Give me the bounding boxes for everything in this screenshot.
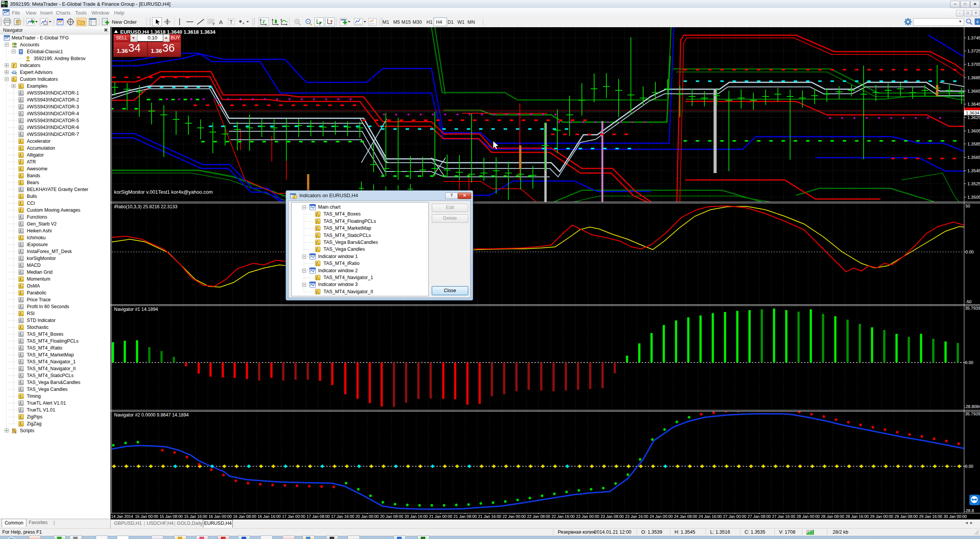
svg-text:CCI: CCI — [27, 201, 35, 206]
svg-text:TAS_Vega Candles: TAS_Vega Candles — [323, 247, 365, 252]
svg-text:M30: M30 — [413, 20, 422, 25]
svg-text:TAS_Vega Candles: TAS_Vega Candles — [27, 387, 67, 392]
svg-text:Parabolic: Parabolic — [27, 290, 46, 296]
svg-text:Indicators: Indicators — [20, 63, 40, 68]
svg-text:Bulls: Bulls — [27, 194, 37, 199]
svg-text:4: 4 — [976, 20, 978, 24]
svg-text:Timing: Timing — [27, 394, 41, 399]
svg-text:New Order: New Order — [112, 19, 137, 25]
svg-text:TrueTL V1.01: TrueTL V1.01 — [27, 407, 55, 413]
svg-text:W1: W1 — [457, 20, 465, 25]
svg-text:Custom Moving Averages: Custom Moving Averages — [27, 207, 80, 213]
svg-text:MN: MN — [467, 20, 475, 25]
svg-text:TAS_MT4_MarketMap: TAS_MT4_MarketMap — [27, 352, 74, 358]
svg-text:#WSS943!INDICATOR-3: #WSS943!INDICATOR-3 — [27, 104, 79, 109]
svg-text:Functions: Functions — [27, 214, 47, 220]
svg-text:EGlobal-Classic1: EGlobal-Classic1 — [27, 49, 63, 54]
svg-text:T: T — [230, 20, 233, 25]
svg-text:TAS_MT4_FloatingPCLs: TAS_MT4_FloatingPCLs — [323, 219, 376, 224]
svg-text:iExposure: iExposure — [27, 242, 48, 247]
svg-text:Profit In 60 Seconds: Profit In 60 Seconds — [27, 304, 69, 309]
svg-text:Custom Indicators: Custom Indicators — [20, 77, 58, 82]
svg-text:Indicator window 3: Indicator window 3 — [318, 282, 358, 287]
svg-text:TAS_MT4_Boxes: TAS_MT4_Boxes — [27, 332, 63, 337]
svg-text:Accelerator: Accelerator — [27, 139, 51, 144]
svg-text:Price Trace: Price Trace — [27, 297, 51, 302]
svg-text:TAS_MT4_StaticPCLs: TAS_MT4_StaticPCLs — [27, 373, 74, 378]
svg-text:TAS_MT4_Boxes: TAS_MT4_Boxes — [323, 211, 361, 217]
svg-text:M15: M15 — [402, 20, 411, 25]
svg-text:BELKHAYATE Gravity Center: BELKHAYATE Gravity Center — [27, 187, 88, 192]
svg-text:Awesome: Awesome — [27, 166, 47, 172]
svg-text:RSI: RSI — [27, 311, 35, 316]
svg-text:3592195: Andrey Bobrov: 3592195: Andrey Bobrov — [34, 56, 86, 61]
svg-text:Ichimoku: Ichimoku — [27, 235, 46, 240]
svg-text:OsMA: OsMA — [27, 283, 40, 289]
svg-text:Momentum: Momentum — [27, 276, 51, 282]
svg-text:TAS_MT4_FloatingPCLs: TAS_MT4_FloatingPCLs — [27, 338, 78, 344]
svg-text:F: F — [213, 22, 215, 26]
svg-text:ZigZag: ZigZag — [27, 421, 41, 426]
svg-text:TrueTL Alert V1.01: TrueTL Alert V1.01 — [27, 400, 66, 406]
svg-text:MACD: MACD — [27, 263, 41, 268]
svg-text:ZigPips: ZigPips — [27, 414, 42, 420]
svg-text:Indicator window 2: Indicator window 2 — [318, 268, 358, 273]
svg-text:Bands: Bands — [27, 173, 40, 178]
svg-text:TAS_MT4_iRatio: TAS_MT4_iRatio — [323, 261, 359, 266]
svg-text:Indicator window 1: Indicator window 1 — [318, 254, 358, 259]
svg-text:TAS_Vega Bars&Candles: TAS_Vega Bars&Candles — [323, 240, 378, 245]
svg-text:TAS_MT4_StaticPCLs: TAS_MT4_StaticPCLs — [323, 233, 371, 238]
svg-text:#WSS943!INDICATOR-4: #WSS943!INDICATOR-4 — [27, 111, 79, 116]
svg-text:Scripts: Scripts — [20, 428, 34, 433]
svg-text:TAS_MT4_Navigator_1: TAS_MT4_Navigator_1 — [323, 275, 373, 280]
svg-text:InstaForex_MT_Desk: InstaForex_MT_Desk — [27, 249, 72, 254]
svg-text:H1: H1 — [426, 20, 433, 25]
svg-text:TAS_MT4_Navigator_II: TAS_MT4_Navigator_II — [323, 289, 373, 294]
svg-text:ATR: ATR — [27, 159, 36, 165]
svg-text:#WSS943!INDICATOR-6: #WSS943!INDICATOR-6 — [27, 125, 79, 130]
svg-text:Accounts: Accounts — [20, 42, 39, 47]
svg-text:Gen_Starb V2: Gen_Starb V2 — [27, 221, 57, 227]
svg-text:#WSS943!INDICATOR-1: #WSS943!INDICATOR-1 — [27, 90, 79, 96]
svg-text:M1: M1 — [382, 20, 389, 25]
svg-text:xc: xc — [3, 5, 5, 7]
svg-text:Expert Advisors: Expert Advisors — [20, 70, 52, 75]
svg-text:TAS_MT4_MarketMap: TAS_MT4_MarketMap — [323, 225, 371, 231]
svg-text:#WSS943!INDICATOR-7: #WSS943!INDICATOR-7 — [27, 132, 79, 137]
svg-text:TAS_MT4_iRatio: TAS_MT4_iRatio — [27, 345, 62, 351]
svg-text:Alligator: Alligator — [27, 152, 44, 158]
svg-text:M5: M5 — [393, 20, 400, 25]
svg-text:korSigMonitor: korSigMonitor — [27, 256, 56, 261]
svg-text:MetaTrader - E-Global TFG: MetaTrader - E-Global TFG — [11, 35, 69, 41]
svg-text:Heiken Ashi: Heiken Ashi — [27, 228, 52, 234]
svg-text:#WSS943!INDICATOR-5: #WSS943!INDICATOR-5 — [27, 118, 79, 123]
svg-text:H4: H4 — [436, 20, 442, 25]
svg-text:Bears: Bears — [27, 180, 39, 185]
svg-text:Median Grid: Median Grid — [27, 270, 52, 275]
svg-text:TAS_MT4_Navigator_II: TAS_MT4_Navigator_II — [27, 366, 76, 371]
svg-text:Examples: Examples — [27, 83, 47, 89]
svg-text:TAS_MT4_Navigator_1: TAS_MT4_Navigator_1 — [27, 359, 76, 364]
svg-text:TAS_Vega Bars&Candles: TAS_Vega Bars&Candles — [27, 380, 80, 385]
svg-text:A: A — [219, 19, 223, 25]
svg-text:STD Indicator: STD Indicator — [27, 318, 56, 323]
svg-text:D1: D1 — [448, 20, 454, 25]
svg-text:Accumulation: Accumulation — [27, 145, 55, 151]
svg-text:#WSS943!INDICATOR-2: #WSS943!INDICATOR-2 — [27, 97, 79, 103]
svg-text:Stochastic: Stochastic — [27, 325, 49, 330]
svg-text:Main chart: Main chart — [318, 204, 341, 210]
